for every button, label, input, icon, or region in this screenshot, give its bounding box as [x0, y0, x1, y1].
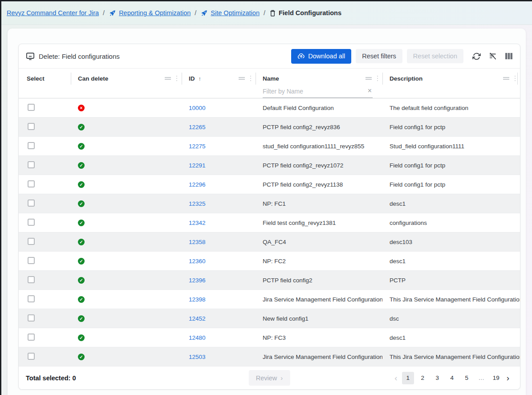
column-label: Description — [390, 75, 422, 82]
id-link[interactable]: 12480 — [189, 334, 206, 341]
breadcrumb-item-reporting-optimization[interactable]: Reporting & Optimization — [109, 9, 191, 17]
row-checkbox[interactable] — [28, 276, 35, 283]
id-link[interactable]: 12360 — [189, 258, 206, 265]
row-checkbox[interactable] — [28, 161, 35, 168]
name-cell: QA_FC4 — [256, 239, 382, 245]
row-checkbox[interactable] — [28, 180, 35, 187]
pagination-page-current[interactable]: 1 — [402, 372, 414, 384]
can-delete-status-icon: ✓ — [78, 200, 85, 207]
id-link[interactable]: 12398 — [189, 296, 206, 303]
id-link[interactable]: 12396 — [189, 277, 206, 284]
id-cell: 12452 — [182, 315, 256, 322]
app-window: Revyz Command Center for Jira / Reportin… — [0, 0, 532, 395]
select-cell — [19, 123, 71, 131]
id-cell: 12480 — [182, 334, 256, 341]
id-link[interactable]: 12296 — [189, 181, 206, 188]
breadcrumb-link[interactable]: Revyz Command Center for Jira — [7, 9, 99, 16]
row-checkbox[interactable] — [28, 123, 35, 130]
select-cell — [19, 295, 71, 304]
can-delete-status-icon: ✓ — [78, 181, 85, 188]
pagination-page-button[interactable]: 2 — [417, 372, 429, 384]
breadcrumb-item-site-optimization[interactable]: Site Optimization — [200, 9, 260, 17]
id-link[interactable]: 12275 — [189, 143, 206, 150]
pagination-page-button[interactable]: 4 — [446, 372, 458, 384]
column-filter-icon[interactable] — [503, 76, 510, 81]
column-filter-icon[interactable] — [238, 76, 245, 81]
table-body: × 10000 Default Field Configuration The … — [19, 98, 520, 366]
select-cell — [19, 104, 71, 112]
can-delete-cell: ✓ — [71, 143, 182, 150]
can-delete-status-icon: ✓ — [78, 124, 85, 130]
can-delete-cell: ✓ — [71, 296, 182, 303]
row-checkbox[interactable] — [28, 353, 35, 360]
id-link[interactable]: 10000 — [189, 105, 206, 111]
can-delete-status-icon: ✓ — [78, 162, 85, 169]
row-checkbox[interactable] — [28, 200, 35, 207]
breadcrumb-link[interactable]: Reporting & Optimization — [119, 9, 191, 16]
breadcrumb-separator: / — [103, 9, 105, 16]
table-row: ✓ 12325 NP: FC1 desc1 — [19, 194, 520, 213]
row-checkbox[interactable] — [28, 334, 35, 341]
pagination-next-button[interactable]: › — [505, 374, 511, 382]
can-delete-status-icon: ✓ — [78, 143, 85, 150]
row-checkbox[interactable] — [28, 142, 35, 149]
filter-off-icon[interactable] — [488, 52, 497, 61]
sort-asc-icon: ↑ — [199, 75, 202, 82]
can-delete-status-icon: ✓ — [78, 296, 85, 303]
breadcrumb-link[interactable]: Site Optimization — [211, 9, 260, 16]
column-menu-icon[interactable] — [515, 76, 516, 81]
id-link[interactable]: 12452 — [189, 315, 206, 322]
id-link[interactable]: 12342 — [189, 220, 206, 226]
reset-selection-button[interactable]: Reset selection — [407, 49, 463, 63]
toolbar-icon-group — [472, 52, 513, 61]
id-link[interactable]: 12325 — [189, 200, 206, 207]
field-configurations-card: Delete: Field configurations Download al… — [18, 44, 520, 390]
column-header-id[interactable]: ID ↑ — [182, 69, 256, 98]
id-link[interactable]: 12265 — [189, 124, 206, 130]
column-menu-icon[interactable] — [250, 76, 252, 81]
name-cell: stud_field configuration1111_revyz855 — [256, 143, 382, 150]
pagination-page-button[interactable]: 3 — [431, 372, 443, 384]
column-filter-icon[interactable] — [365, 76, 372, 81]
can-delete-status-icon: ✓ — [78, 315, 85, 322]
name-cell: PCTP field config2_revyz1072 — [256, 162, 382, 169]
card-title: Delete: Field configurations — [39, 53, 120, 60]
description-cell: desc1 — [382, 258, 520, 265]
can-delete-cell: ✓ — [71, 334, 182, 342]
row-checkbox[interactable] — [28, 295, 35, 302]
name-cell: Field test config_revyz1381 — [256, 220, 382, 226]
id-link[interactable]: 12503 — [189, 354, 206, 360]
breadcrumb-item-command-center[interactable]: Revyz Command Center for Jira — [7, 9, 99, 16]
name-filter-input[interactable] — [263, 87, 373, 98]
description-cell: This Jira Service Management Field Confi… — [382, 354, 520, 360]
columns-icon[interactable] — [505, 53, 513, 60]
table-row: ✓ 12452 New field config1 dsc — [19, 309, 520, 328]
column-menu-icon[interactable] — [176, 76, 178, 81]
row-checkbox[interactable] — [28, 238, 35, 245]
pagination-page-button[interactable]: 5 — [461, 372, 473, 384]
pagination-prev-button[interactable]: ‹ — [393, 374, 399, 382]
breadcrumb-bar: Revyz Command Center for Jira / Reportin… — [1, 1, 532, 25]
row-checkbox[interactable] — [28, 219, 35, 226]
can-delete-cell: ✓ — [71, 181, 182, 188]
toolbar-actions: Download all Reset filters Reset selecti… — [291, 49, 513, 64]
id-link[interactable]: 12291 — [189, 162, 206, 169]
id-link[interactable]: 12358 — [189, 239, 206, 245]
breadcrumb-separator: / — [264, 9, 265, 16]
refresh-icon[interactable] — [472, 52, 481, 61]
pagination-ellipsis: … — [475, 372, 487, 384]
pagination-page-button[interactable]: 19 — [490, 372, 502, 384]
download-all-button[interactable]: Download all — [291, 49, 351, 64]
can-delete-cell: ✓ — [71, 277, 182, 284]
row-checkbox[interactable] — [28, 104, 35, 111]
column-filter-icon[interactable] — [164, 76, 171, 81]
clear-filter-icon[interactable]: × — [368, 87, 372, 94]
column-menu-icon[interactable] — [377, 76, 378, 81]
row-checkbox[interactable] — [28, 314, 35, 322]
review-button[interactable]: Review › — [249, 370, 290, 386]
table-footer: Total selected: 0 Review › ‹ 12345…19 › — [19, 366, 520, 389]
reset-filters-button[interactable]: Reset filters — [356, 49, 402, 63]
can-delete-cell: ✓ — [71, 353, 182, 361]
row-checkbox[interactable] — [28, 257, 35, 264]
table-header: Select Can delete ID — [19, 68, 520, 98]
